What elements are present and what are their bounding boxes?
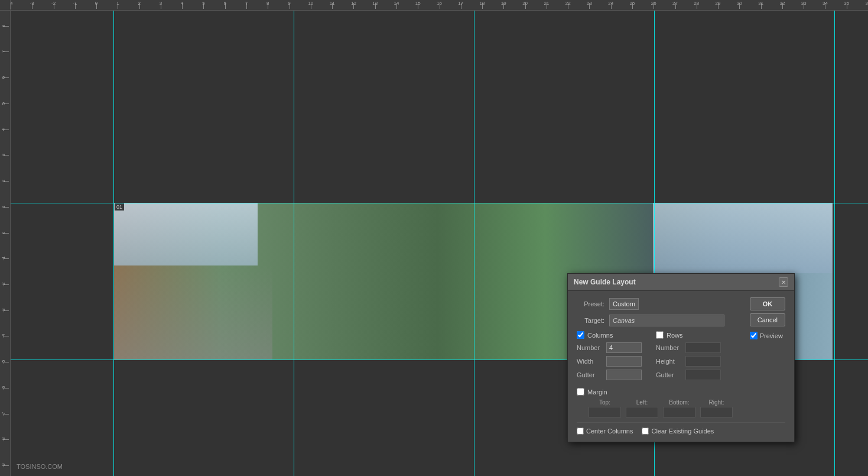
bottom-label: Bottom: [669, 399, 689, 406]
rows-section: Rows Number Height Gutter [656, 331, 729, 383]
preview-checkbox[interactable] [750, 332, 758, 339]
width-label: Width [577, 358, 606, 365]
clear-existing-checkbox[interactable] [642, 428, 649, 435]
canvas-dark-top [11, 11, 868, 203]
target-input [609, 315, 724, 326]
guide-v-3 [474, 11, 474, 476]
top-label: Top: [599, 399, 610, 406]
margin-label: Margin [587, 388, 607, 396]
rows-gutter-input [685, 370, 721, 380]
vertical-ruler: 9876543210-1-2-3-4-5-6-7-8-9 [0, 0, 11, 476]
columns-label: Columns [587, 332, 613, 339]
bottom-checks: Center Columns Clear Existing Guides [577, 422, 785, 435]
watermark: TOSINSO.COM [17, 463, 63, 470]
columns-header: Columns [577, 331, 650, 339]
margin-header: Margin [577, 388, 785, 396]
preview-label: Preview [760, 332, 783, 339]
number-row: Number [577, 342, 650, 353]
horizontal-ruler: -4-3-2-101234567891011121314151617181920… [11, 0, 868, 11]
left-label: Left: [636, 399, 648, 406]
top-input [589, 407, 621, 417]
sky-overlay-right [653, 203, 833, 273]
rows-number-input [685, 342, 721, 353]
new-guide-layout-dialog: New Guide Layout ✕ Preset: Custom OK Can… [567, 273, 795, 442]
preset-row: Preset: Custom OK Cancel Preview [577, 298, 785, 310]
ruler-corner [0, 0, 11, 11]
action-buttons: OK Cancel Preview [750, 297, 785, 339]
gutter-row: Gutter [577, 370, 650, 380]
ok-button[interactable]: OK [750, 297, 785, 310]
margin-fields-container: Top: Left: Bottom: Right: [577, 399, 785, 417]
dialog-close-button[interactable]: ✕ [779, 277, 788, 287]
ruler-v-inner: 9876543210-1-2-3-4-5-6-7-8-9 [0, 0, 10, 476]
rows-checkbox[interactable] [656, 331, 664, 339]
clear-existing-check: Clear Existing Guides [642, 428, 714, 435]
bottom-input [663, 407, 695, 417]
guide-h-1 [11, 203, 868, 203]
rows-height-label: Height [656, 358, 685, 365]
guide-v-1 [113, 11, 114, 476]
rows-gutter-row: Gutter [656, 370, 729, 380]
dialog-title: New Guide Layout [574, 278, 636, 286]
center-columns-label: Center Columns [586, 428, 633, 435]
columns-gutter-input[interactable] [606, 370, 642, 380]
columns-section: Columns Number Width Gutter [577, 331, 650, 383]
margin-section: Margin Top: Left: Bottom: [577, 388, 785, 417]
rows-header: Rows [656, 331, 729, 339]
left-field-group: Left: [626, 399, 658, 417]
bottom-field-group: Bottom: [663, 399, 695, 417]
right-field-group: Right: [700, 399, 733, 417]
dialog-titlebar: New Guide Layout ✕ [568, 274, 794, 291]
center-columns-checkbox[interactable] [577, 428, 584, 435]
columns-number-input[interactable] [606, 342, 642, 353]
guide-v-2 [294, 11, 294, 476]
target-label: Target: [577, 317, 609, 324]
clear-existing-label: Clear Existing Guides [651, 428, 714, 435]
preset-select[interactable]: Custom [609, 298, 639, 310]
gutter-label: Gutter [577, 371, 606, 378]
preview-check-group: Preview [750, 332, 785, 339]
preset-label: Preset: [577, 300, 609, 307]
dialog-body: Preset: Custom OK Cancel Preview [568, 291, 794, 442]
guide-v-5 [834, 11, 835, 476]
rows-label: Rows [667, 332, 683, 339]
rows-number-label: Number [656, 344, 685, 351]
cancel-button[interactable]: Cancel [750, 313, 785, 326]
center-columns-check: Center Columns [577, 428, 633, 435]
width-row: Width [577, 356, 650, 367]
canvas-dark-right [833, 203, 868, 360]
columns-checkbox[interactable] [577, 331, 584, 339]
image-badge: 01 [115, 203, 124, 211]
rows-gutter-label: Gutter [656, 371, 685, 378]
number-label: Number [577, 344, 606, 351]
rows-number-row: Number [656, 342, 729, 353]
road-overlay [114, 265, 272, 360]
right-input [700, 407, 733, 417]
sky-overlay-left [114, 203, 258, 265]
rows-height-row: Height [656, 356, 729, 367]
margin-checkbox[interactable] [577, 388, 584, 396]
right-label: Right: [708, 399, 724, 406]
top-field-group: Top: [589, 399, 621, 417]
canvas-dark-left [11, 203, 114, 360]
rows-height-input [685, 356, 721, 367]
ruler-h-inner: -4-3-2-101234567891011121314151617181920… [11, 0, 868, 10]
left-input [626, 407, 658, 417]
columns-width-input[interactable] [606, 356, 642, 367]
